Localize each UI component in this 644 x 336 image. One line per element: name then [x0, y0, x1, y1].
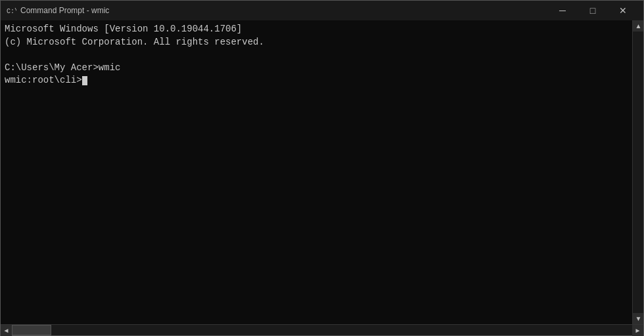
- horizontal-scrollbar: ◄ ►: [1, 324, 643, 335]
- svg-text:C:\: C:\: [7, 8, 16, 15]
- terminal-line-3: [5, 49, 628, 62]
- terminal-line-1: Microsoft Windows [Version 10.0.19044.17…: [5, 23, 628, 36]
- cmd-icon: C:\: [6, 5, 16, 16]
- terminal-line-4: C:\Users\My Acer>wmic: [5, 62, 628, 75]
- terminal-line-5: wmic:root\cli>: [5, 74, 628, 87]
- scroll-down-button[interactable]: ▼: [633, 313, 643, 324]
- right-scroll-track[interactable]: [633, 32, 643, 313]
- cmd-window: C:\ Command Prompt - wmic ─ □ ✕ Microsof…: [0, 0, 644, 336]
- window-title: Command Prompt - wmic: [20, 6, 109, 15]
- terminal-content: Microsoft Windows [Version 10.0.19044.17…: [5, 23, 628, 322]
- right-scrollbar: ▲ ▼: [632, 20, 643, 324]
- horizontal-scroll-thumb[interactable]: [12, 325, 51, 335]
- scroll-left-button[interactable]: ◄: [1, 325, 12, 336]
- close-button[interactable]: ✕: [608, 1, 638, 20]
- minimize-button[interactable]: ─: [547, 1, 578, 20]
- scroll-right-button[interactable]: ►: [632, 325, 643, 336]
- maximize-button[interactable]: □: [578, 1, 608, 20]
- horizontal-scroll-track[interactable]: [12, 325, 632, 335]
- cursor: [82, 76, 87, 85]
- title-bar-left: C:\ Command Prompt - wmic: [6, 5, 109, 16]
- window-controls: ─ □ ✕: [547, 1, 638, 20]
- terminal-area[interactable]: Microsoft Windows [Version 10.0.19044.17…: [1, 20, 632, 324]
- scroll-up-button[interactable]: ▲: [633, 20, 643, 32]
- main-content: Microsoft Windows [Version 10.0.19044.17…: [1, 20, 643, 324]
- terminal-line-2: (c) Microsoft Corporation. All rights re…: [5, 36, 628, 49]
- title-bar: C:\ Command Prompt - wmic ─ □ ✕: [1, 1, 643, 20]
